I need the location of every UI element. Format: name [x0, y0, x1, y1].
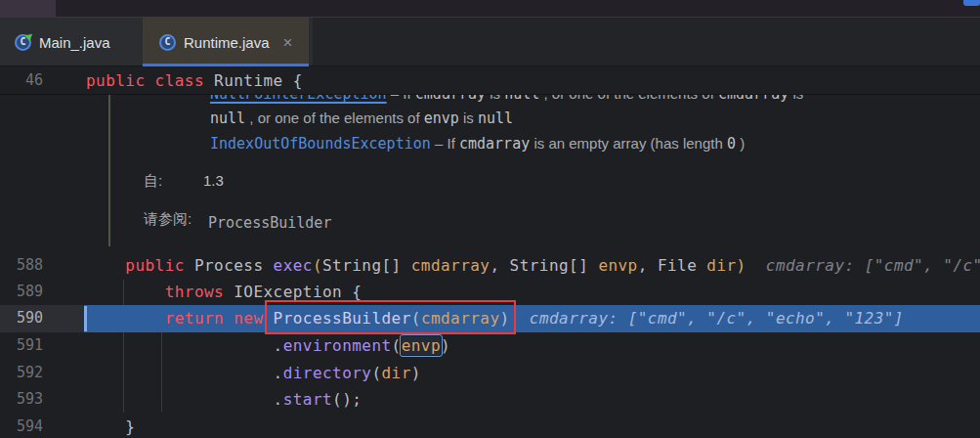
line-number[interactable]: 592 [0, 360, 43, 386]
text-run [86, 309, 165, 328]
runnable-class-icon: C [15, 34, 31, 51]
text-run: cmdarray: ["cmd", "/c", "echo", "123"] [510, 309, 904, 328]
text-run: Process [185, 256, 274, 275]
text-run: new [234, 309, 263, 328]
text-run: start [283, 390, 332, 409]
tab-main-java[interactable]: C Main_.java [0, 18, 137, 66]
tab-runtime-java[interactable]: C Runtime.java × [143, 18, 309, 66]
sticky-header-line[interactable]: 46 public class Runtime { [0, 66, 980, 95]
text-run: ) [441, 336, 450, 355]
text-run: , or one of the elements of [245, 110, 424, 126]
text-run: cmdarray [718, 95, 788, 103]
text-run [264, 309, 274, 328]
text-run: envp [598, 256, 637, 275]
code-line-593[interactable]: 593 .start(); [0, 386, 980, 413]
text-run: is [486, 95, 504, 102]
text-run: null [504, 95, 539, 103]
titlebar-blue-fragment [963, 0, 980, 6]
caret [84, 306, 87, 331]
tab-label: Main_.java [39, 34, 110, 51]
text-run: 0 [727, 135, 736, 153]
titlebar [0, 0, 980, 18]
text-run: , String[] [490, 256, 598, 275]
line-number: 46 [0, 66, 43, 95]
text-run [86, 256, 125, 275]
text-run: IOException { [224, 283, 362, 301]
code-line-591[interactable]: 591 .environment(envp) [0, 332, 980, 359]
text-run: envp [424, 110, 459, 127]
text-run: ) [736, 135, 745, 152]
doc-link[interactable]: NullPointerException [210, 95, 387, 103]
text-run: cmdarray [459, 135, 530, 153]
line-number[interactable]: 593 [0, 386, 43, 413]
text-run [86, 283, 165, 301]
text-run: . [86, 390, 283, 409]
text-run: ) [500, 309, 510, 328]
class-icon: C [159, 34, 176, 51]
titlebar-left-segment [0, 0, 56, 18]
doc-seealso-label: 请参阅: [144, 210, 192, 229]
tab-label: Runtime.java [184, 34, 270, 51]
text-run: directory [283, 364, 372, 382]
line-number[interactable]: 590 [0, 305, 43, 331]
doc-line: IndexOutOfBoundsException – If cmdarray … [210, 131, 745, 156]
code-text: .environment(envp) [86, 332, 450, 359]
code-line-590[interactable]: 590 return new ProcessBuilder(cmdarray) … [0, 305, 980, 331]
text-run: cmdarray [411, 256, 490, 275]
text-run: String[] [322, 256, 411, 275]
text-run: null [478, 110, 513, 127]
text-run: throws [165, 283, 225, 301]
text-run: ( [392, 336, 402, 355]
text-run: dir [706, 256, 736, 275]
line-number[interactable]: 588 [0, 252, 43, 279]
doc-line: null , or one of the elements of envp is… [210, 106, 513, 131]
text-run: ProcessBuilder [274, 309, 411, 328]
line-number[interactable]: 589 [0, 279, 43, 305]
doc-since-label: 自: [144, 172, 162, 191]
text-run: exec [274, 256, 313, 275]
class-icon-letter: C [164, 36, 170, 47]
text-run: , or one of the elements of [539, 95, 718, 102]
text-run: public [125, 256, 185, 275]
code-line-592[interactable]: 592 .directory(dir) [0, 360, 980, 386]
editor-tab-bar: C Main_.java C Runtime.java × [0, 18, 980, 66]
text-run: is an empty array (has length [530, 135, 727, 152]
text-run: ) [411, 364, 421, 382]
sticky-code-text: public class Runtime { [86, 66, 303, 95]
run-overlay-icon [24, 30, 35, 41]
class-icon-letter: C [20, 36, 25, 47]
line-number[interactable]: 594 [0, 414, 43, 438]
doc-link-processbuilder[interactable]: ProcessBuilder [208, 210, 331, 236]
ide-window: C Main_.java C Runtime.java × 46 public … [0, 0, 980, 438]
doc-link[interactable]: IndexOutOfBoundsException [210, 135, 431, 153]
text-run: cmdarray: ["cmd", "/c" [746, 256, 980, 275]
code-line-594[interactable]: 594 } [0, 414, 980, 438]
text-run: . [86, 364, 283, 382]
text-run: Runtime { [204, 71, 303, 90]
text-run: is [788, 95, 803, 102]
code-text: } [86, 414, 135, 438]
text-run: environment [283, 336, 392, 355]
code-text: throws IOException { [86, 279, 362, 305]
tab-bar-empty-area [313, 18, 980, 66]
text-run: – If [387, 95, 415, 102]
doc-since-value: 1.3 [203, 172, 224, 189]
close-icon[interactable]: × [283, 34, 293, 51]
text-run: } [86, 417, 135, 436]
code-line-588[interactable]: 588 public Process exec(String[] cmdarra… [0, 252, 980, 279]
code-line-589[interactable]: 589 throws IOException { [0, 279, 980, 305]
text-run: return [165, 309, 225, 328]
text-run: ( [411, 309, 421, 328]
text-run: (); [332, 390, 362, 409]
text-run: cmdarray [421, 309, 500, 328]
code-text: .start(); [86, 386, 362, 413]
code-text: public Process exec(String[] cmdarray, S… [86, 252, 980, 279]
line-number[interactable]: 591 [0, 332, 43, 359]
text-run: dir [382, 364, 411, 382]
text-run: – If [431, 135, 459, 152]
doc-text: NullPointerException – If cmdarray is nu… [210, 95, 803, 105]
text-run: is [459, 110, 478, 126]
text-run: , File [638, 256, 707, 275]
text-run: envp [402, 336, 441, 355]
doc-clipped-line: NullPointerException – If cmdarray is nu… [0, 95, 980, 105]
